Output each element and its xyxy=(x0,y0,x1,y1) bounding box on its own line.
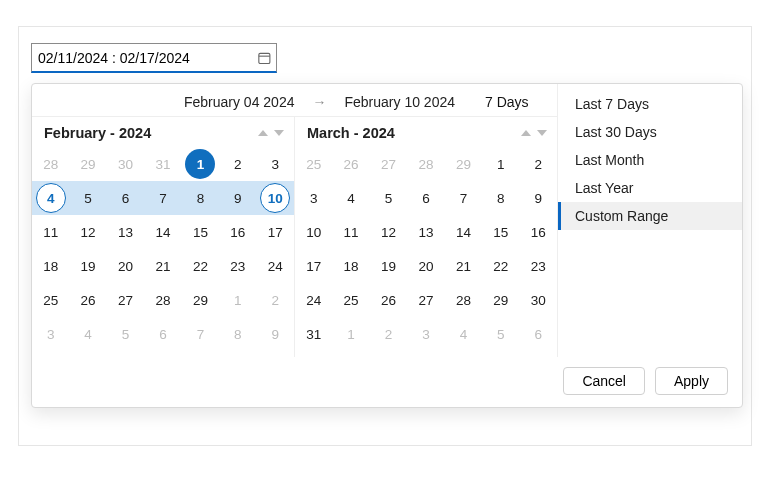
preset-item[interactable]: Last Month xyxy=(558,146,742,174)
day-cell[interactable]: 7 xyxy=(144,181,181,215)
day-cell[interactable]: 28 xyxy=(144,283,181,317)
day-cell[interactable]: 26 xyxy=(332,147,369,181)
day-cell[interactable]: 26 xyxy=(370,283,407,317)
day-cell[interactable]: 6 xyxy=(107,181,144,215)
day-cell[interactable]: 3 xyxy=(295,181,332,215)
day-cell[interactable]: 7 xyxy=(182,317,219,351)
day-cell[interactable]: 4 xyxy=(32,181,69,215)
date-range-popup: February 04 2024 → February 10 2024 7 Da… xyxy=(31,83,743,408)
day-cell[interactable]: 17 xyxy=(257,215,294,249)
day-cell[interactable]: 1 xyxy=(182,147,219,181)
preset-item[interactable]: Custom Range xyxy=(558,202,742,230)
day-cell[interactable]: 21 xyxy=(144,249,181,283)
day-cell[interactable]: 11 xyxy=(332,215,369,249)
day-cell[interactable]: 4 xyxy=(332,181,369,215)
day-cell[interactable]: 5 xyxy=(69,181,106,215)
day-cell[interactable]: 25 xyxy=(295,147,332,181)
day-cell[interactable]: 29 xyxy=(182,283,219,317)
chevron-down-icon[interactable] xyxy=(537,130,547,136)
day-cell[interactable]: 11 xyxy=(32,215,69,249)
cancel-button[interactable]: Cancel xyxy=(563,367,645,395)
day-cell[interactable]: 12 xyxy=(69,215,106,249)
day-cell[interactable]: 29 xyxy=(482,283,519,317)
day-cell[interactable]: 4 xyxy=(69,317,106,351)
day-cell[interactable]: 25 xyxy=(332,283,369,317)
day-cell[interactable]: 28 xyxy=(407,147,444,181)
day-cell[interactable]: 17 xyxy=(295,249,332,283)
day-cell[interactable]: 16 xyxy=(219,215,256,249)
day-cell[interactable]: 28 xyxy=(445,283,482,317)
chevron-up-icon[interactable] xyxy=(258,130,268,136)
preset-item[interactable]: Last 30 Days xyxy=(558,118,742,146)
day-cell[interactable]: 31 xyxy=(144,147,181,181)
day-cell[interactable]: 15 xyxy=(482,215,519,249)
day-cell[interactable]: 23 xyxy=(219,249,256,283)
day-cell[interactable]: 27 xyxy=(107,283,144,317)
day-cell[interactable]: 1 xyxy=(482,147,519,181)
day-cell[interactable]: 2 xyxy=(370,317,407,351)
day-cell[interactable]: 27 xyxy=(370,147,407,181)
day-cell[interactable]: 8 xyxy=(482,181,519,215)
day-cell[interactable]: 8 xyxy=(182,181,219,215)
day-cell[interactable]: 20 xyxy=(107,249,144,283)
day-cell[interactable]: 14 xyxy=(445,215,482,249)
day-cell[interactable]: 5 xyxy=(370,181,407,215)
day-cell[interactable]: 6 xyxy=(520,317,557,351)
day-cell[interactable]: 22 xyxy=(482,249,519,283)
day-cell[interactable]: 12 xyxy=(370,215,407,249)
chevron-down-icon[interactable] xyxy=(274,130,284,136)
summary-start: February 04 2024 xyxy=(172,94,307,110)
day-cell[interactable]: 30 xyxy=(107,147,144,181)
apply-button[interactable]: Apply xyxy=(655,367,728,395)
day-cell[interactable]: 16 xyxy=(520,215,557,249)
day-cell[interactable]: 2 xyxy=(520,147,557,181)
day-cell[interactable]: 9 xyxy=(520,181,557,215)
day-cell[interactable]: 31 xyxy=(295,317,332,351)
day-cell[interactable]: 6 xyxy=(144,317,181,351)
day-cell[interactable]: 20 xyxy=(407,249,444,283)
day-cell[interactable]: 2 xyxy=(257,283,294,317)
day-cell[interactable]: 24 xyxy=(295,283,332,317)
chevron-up-icon[interactable] xyxy=(521,130,531,136)
day-cell[interactable]: 1 xyxy=(332,317,369,351)
day-cell[interactable]: 18 xyxy=(332,249,369,283)
day-cell[interactable]: 5 xyxy=(107,317,144,351)
day-cell[interactable]: 30 xyxy=(520,283,557,317)
date-range-field[interactable] xyxy=(31,43,277,73)
day-cell[interactable]: 14 xyxy=(144,215,181,249)
preset-item[interactable]: Last Year xyxy=(558,174,742,202)
day-cell[interactable]: 29 xyxy=(69,147,106,181)
day-cell[interactable]: 9 xyxy=(219,181,256,215)
day-cell[interactable]: 19 xyxy=(69,249,106,283)
day-cell[interactable]: 2 xyxy=(219,147,256,181)
day-cell[interactable]: 18 xyxy=(32,249,69,283)
day-cell[interactable]: 13 xyxy=(107,215,144,249)
calendar-icon[interactable] xyxy=(257,50,272,66)
day-cell[interactable]: 28 xyxy=(32,147,69,181)
day-cell[interactable]: 9 xyxy=(257,317,294,351)
day-cell[interactable]: 19 xyxy=(370,249,407,283)
day-cell[interactable]: 24 xyxy=(257,249,294,283)
day-cell[interactable]: 10 xyxy=(295,215,332,249)
preset-item[interactable]: Last 7 Days xyxy=(558,90,742,118)
day-cell[interactable]: 8 xyxy=(219,317,256,351)
day-cell[interactable]: 23 xyxy=(520,249,557,283)
date-range-input[interactable] xyxy=(38,50,253,66)
day-cell[interactable]: 26 xyxy=(69,283,106,317)
day-cell[interactable]: 29 xyxy=(445,147,482,181)
day-cell[interactable]: 1 xyxy=(219,283,256,317)
day-cell[interactable]: 4 xyxy=(445,317,482,351)
day-cell[interactable]: 25 xyxy=(32,283,69,317)
day-cell[interactable]: 3 xyxy=(407,317,444,351)
day-cell[interactable]: 22 xyxy=(182,249,219,283)
day-cell[interactable]: 3 xyxy=(257,147,294,181)
day-cell[interactable]: 5 xyxy=(482,317,519,351)
day-cell[interactable]: 6 xyxy=(407,181,444,215)
day-cell[interactable]: 10 xyxy=(257,181,294,215)
day-cell[interactable]: 21 xyxy=(445,249,482,283)
day-cell[interactable]: 27 xyxy=(407,283,444,317)
day-cell[interactable]: 3 xyxy=(32,317,69,351)
day-cell[interactable]: 7 xyxy=(445,181,482,215)
day-cell[interactable]: 15 xyxy=(182,215,219,249)
day-cell[interactable]: 13 xyxy=(407,215,444,249)
